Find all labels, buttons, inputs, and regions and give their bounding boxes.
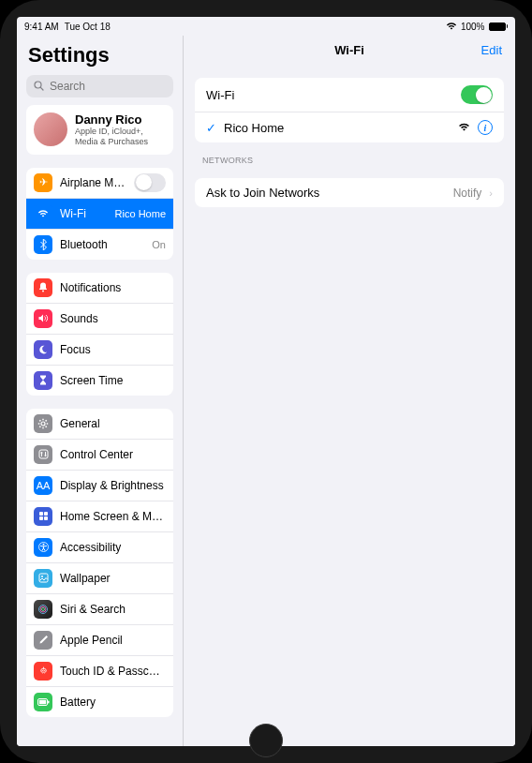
home-button[interactable] bbox=[249, 724, 283, 757]
svg-line-1 bbox=[40, 87, 43, 90]
svg-point-4 bbox=[42, 291, 44, 292]
search-input[interactable] bbox=[50, 80, 184, 93]
edit-button[interactable]: Edit bbox=[481, 43, 502, 57]
sidebar-item-wifi[interactable]: Wi-Fi Rico Home bbox=[26, 199, 173, 230]
hourglass-icon bbox=[34, 371, 52, 390]
info-icon[interactable]: i bbox=[478, 120, 493, 135]
battery-icon bbox=[489, 22, 509, 31]
detail-pane: Wi-Fi Edit Wi-Fi ✓ Rico Home i bbox=[184, 36, 515, 746]
settings-title: Settings bbox=[28, 43, 171, 67]
svg-point-29 bbox=[42, 607, 45, 610]
sidebar-group-1: ✈ Airplane Mode Wi-Fi Rico Home bbox=[26, 168, 173, 260]
status-time: 9:41 AM bbox=[24, 22, 59, 32]
svg-rect-20 bbox=[44, 512, 48, 516]
svg-point-26 bbox=[41, 576, 43, 577]
wifi-signal-icon bbox=[458, 122, 470, 133]
svg-point-28 bbox=[40, 606, 46, 612]
profile-sub: Apple ID, iCloud+, Media & Purchases bbox=[75, 127, 166, 147]
svg-line-10 bbox=[39, 420, 40, 421]
sound-icon bbox=[34, 309, 52, 328]
wifi-toggle[interactable] bbox=[461, 85, 493, 104]
current-network-row[interactable]: ✓ Rico Home i bbox=[195, 112, 504, 142]
chevron-right-icon: › bbox=[489, 187, 493, 199]
sidebar-group-3: General Control Center AA Display & Brig… bbox=[26, 409, 173, 717]
svg-rect-14 bbox=[39, 450, 48, 458]
gear-icon bbox=[34, 414, 52, 433]
status-date: Tue Oct 18 bbox=[65, 22, 111, 32]
sidebar-item-siri[interactable]: Siri & Search bbox=[26, 594, 173, 625]
sidebar-item-touchid[interactable]: Touch ID & Passcode bbox=[26, 656, 173, 687]
wifi-icon bbox=[34, 204, 52, 223]
homescreen-icon bbox=[34, 507, 52, 526]
profile-name: Danny Rico bbox=[75, 112, 166, 127]
svg-rect-22 bbox=[44, 516, 48, 520]
settings-sidebar: Settings Danny Rico Apple ID, iCloud bbox=[17, 36, 184, 746]
battery-icon-row bbox=[34, 693, 52, 711]
svg-rect-31 bbox=[48, 700, 50, 703]
sidebar-item-accessibility[interactable]: Accessibility bbox=[26, 532, 173, 563]
svg-point-18 bbox=[44, 455, 46, 456]
svg-rect-19 bbox=[39, 512, 43, 516]
bell-icon bbox=[34, 278, 52, 297]
sidebar-item-sounds[interactable]: Sounds bbox=[26, 304, 173, 335]
sidebar-item-focus[interactable]: Focus bbox=[26, 335, 173, 366]
sidebar-item-battery[interactable]: Battery bbox=[26, 687, 173, 717]
sidebar-item-homescreen[interactable]: Home Screen & Multitas… bbox=[26, 501, 173, 532]
wifi-main-group: Wi-Fi ✓ Rico Home i bbox=[195, 78, 504, 142]
sidebar-item-pencil[interactable]: Apple Pencil bbox=[26, 625, 173, 656]
checkmark-icon: ✓ bbox=[206, 121, 216, 135]
svg-point-5 bbox=[41, 422, 45, 426]
sidebar-item-controlcenter[interactable]: Control Center bbox=[26, 440, 173, 471]
pencil-icon bbox=[34, 631, 52, 650]
accessibility-icon bbox=[34, 538, 52, 557]
sidebar-group-2: Notifications Sounds Focus bbox=[26, 273, 173, 396]
ask-to-join-group: Ask to Join Networks Notify › bbox=[195, 178, 504, 207]
wifi-status-icon bbox=[446, 22, 457, 32]
svg-line-13 bbox=[46, 420, 47, 421]
svg-rect-32 bbox=[38, 699, 45, 703]
sidebar-item-wallpaper[interactable]: Wallpaper bbox=[26, 563, 173, 594]
svg-line-11 bbox=[46, 426, 47, 426]
sidebar-item-airplane[interactable]: ✈ Airplane Mode bbox=[26, 168, 173, 199]
detail-title: Wi-Fi bbox=[334, 43, 364, 57]
search-icon bbox=[34, 81, 44, 93]
sidebar-item-bluetooth[interactable]: Bluetooth On bbox=[26, 230, 173, 260]
svg-point-24 bbox=[42, 544, 44, 546]
airplane-icon: ✈ bbox=[34, 173, 52, 192]
profile-card[interactable]: Danny Rico Apple ID, iCloud+, Media & Pu… bbox=[26, 105, 173, 155]
svg-rect-21 bbox=[39, 516, 43, 520]
svg-point-16 bbox=[40, 452, 42, 454]
status-bar: 9:41 AM Tue Oct 18 100% bbox=[17, 17, 515, 36]
siri-icon bbox=[34, 600, 52, 619]
wifi-toggle-row: Wi-Fi bbox=[195, 78, 504, 112]
search-bar[interactable] bbox=[26, 75, 173, 97]
bluetooth-icon bbox=[34, 235, 52, 254]
airplane-toggle[interactable] bbox=[134, 173, 166, 192]
sidebar-item-general[interactable]: General bbox=[26, 409, 173, 440]
sidebar-item-notifications[interactable]: Notifications bbox=[26, 273, 173, 304]
moon-icon bbox=[34, 340, 52, 359]
control-center-icon bbox=[34, 445, 52, 464]
sidebar-item-screentime[interactable]: Screen Time bbox=[26, 366, 173, 396]
battery-pct: 100% bbox=[461, 22, 485, 32]
svg-line-12 bbox=[39, 426, 40, 426]
display-icon: AA bbox=[34, 476, 52, 495]
networks-header: NETWORKS bbox=[202, 156, 496, 165]
sidebar-item-display[interactable]: AA Display & Brightness bbox=[26, 471, 173, 501]
ask-to-join-row[interactable]: Ask to Join Networks Notify › bbox=[195, 178, 504, 207]
avatar bbox=[34, 112, 67, 146]
wallpaper-icon bbox=[34, 569, 52, 588]
fingerprint-icon bbox=[34, 662, 52, 681]
